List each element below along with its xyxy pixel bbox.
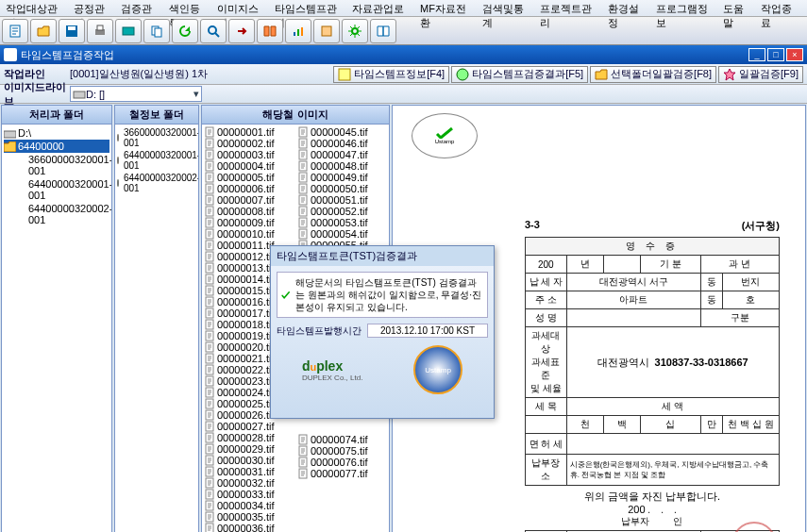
file-item[interactable]: 00000001.tif [204,126,294,138]
close-button[interactable]: × [786,48,803,61]
menu-item[interactable]: 검증관리 [121,2,161,14]
file-item[interactable]: 00000028.tif [204,432,294,443]
menu-item[interactable]: MF자료전환 [420,2,475,14]
tree-item[interactable]: 64400000 [4,140,109,153]
tb-gear-icon[interactable] [342,19,368,43]
file-item[interactable]: 00000006.tif [204,183,294,194]
tb-search-icon[interactable] [200,19,227,43]
tb-copy-icon[interactable] [143,19,170,43]
menu-item[interactable]: 타임스템프관리 [275,2,345,14]
file-item[interactable]: 00000076.tif [297,457,387,468]
file-item[interactable]: 00000046.tif [297,138,387,149]
action-batch-verify[interactable]: 일괄검증[F9] [718,66,803,83]
file-item[interactable]: 00000034.tif [204,500,294,511]
file-item[interactable]: 00000048.tif [297,160,387,172]
menu-item[interactable]: 이미지스캔 [217,2,267,14]
dialog-logos: duplex DUPLEX Co., Ltd. Ustamp [277,345,488,394]
file-item[interactable]: 00000027.tif [204,421,294,432]
action-stamp-info[interactable]: 타임스템프정보[F4] [333,66,449,83]
file-item[interactable]: 00000008.tif [204,206,294,217]
file-item[interactable]: 00000054.tif [297,228,387,240]
tb-book-icon[interactable] [257,19,283,43]
doc-office: (서구청) [742,219,780,233]
col-header: 처리과 폴더 [2,106,111,125]
tst-result-dialog: 타임스탬프토큰(TST)검증결과 해당문서의 타임스탬프토큰(TST) 검증결과… [270,245,495,419]
tb-book2-icon[interactable] [313,19,340,43]
menu-item[interactable]: 색인등록 [169,2,210,14]
drive-select[interactable]: D: [] ▾ [70,86,202,102]
menu-item[interactable]: 환경설정 [608,2,648,14]
svg-rect-12 [322,26,331,36]
svg-point-13 [352,28,358,34]
menu-item[interactable]: 프로그램정보 [656,2,716,14]
jobline-value: [0001]일산병원(일산병원) 1차 [70,67,208,81]
file-item[interactable]: 00000035.tif [204,511,294,523]
folder-item[interactable]: 36600000320001-001 [117,126,196,149]
drive-label: 이미지드라이브 [4,80,70,108]
file-item[interactable]: 00000031.tif [204,466,294,477]
tb-doc-icon[interactable] [2,19,28,43]
menu-item[interactable]: 자료관업로드 [352,2,412,14]
file-item[interactable]: 00000009.tif [204,217,294,228]
receipt-table: 영 수 증 200년기 분과 년 납 세 자대전광역시 서구동번지 주 소아파트… [525,237,780,532]
minimize-button[interactable]: _ [748,48,765,61]
file-item[interactable]: 00000005.tif [204,172,294,183]
menu-item[interactable]: 프로젝트관리 [540,2,600,14]
dialog-message-row: 해당문서의 타임스탬프토큰(TST) 검증결과는 원본과의 해쉬값이 일치함으로… [277,272,488,318]
svg-rect-17 [4,131,16,138]
tb-save-icon[interactable] [59,19,85,43]
dialog-title: 타임스탬프토큰(TST)검증결과 [271,246,494,266]
tree-item[interactable]: 64400000320002-001 [26,202,109,226]
svg-rect-14 [339,69,350,80]
action-folder-batch[interactable]: 선택폴더일괄검증[F8] [590,66,716,83]
menu-item[interactable]: 공정관리 [74,2,114,14]
file-item[interactable]: 00000002.tif [204,138,294,149]
file-item[interactable]: 00000010.tif [204,228,294,240]
col-header: 철정보 폴더 [115,106,198,125]
folder-item[interactable]: 64400000320002-001 [117,172,196,194]
menu-item[interactable]: 검색및통계 [482,2,532,14]
file-item[interactable]: 00000050.tif [297,183,387,194]
drive-row: 이미지드라이브 D: [] ▾ [0,85,807,104]
file-item[interactable]: 00000033.tif [204,489,294,500]
tree-item[interactable]: 64400000320001-001 [26,177,109,202]
file-item[interactable]: 00000036.tif [204,523,294,532]
tb-print-icon[interactable] [87,19,113,43]
proc-folder-column: 처리과 폴더 D:\6440000036600000320001-0016440… [1,105,112,532]
tb-scan-icon[interactable] [115,19,142,43]
file-item[interactable]: 00000051.tif [297,194,387,206]
file-item[interactable]: 00000075.tif [297,445,387,457]
check-icon [281,284,290,307]
menu-item[interactable]: 도움말 [723,2,753,14]
file-item[interactable]: 00000045.tif [297,126,387,138]
file-item[interactable]: 00000004.tif [204,160,294,172]
file-item[interactable]: 00000049.tif [297,172,387,183]
col-header: 해당철 이미지 [202,106,389,125]
window-icon [4,48,17,61]
tree-item[interactable]: D:\ [4,126,109,140]
svg-point-15 [457,69,468,80]
svg-rect-9 [294,32,295,36]
menu-item[interactable]: 작업대상관리 [6,2,66,14]
file-item[interactable]: 00000074.tif [297,434,387,445]
tb-open-icon[interactable] [30,19,57,43]
file-item[interactable]: 00000077.tif [297,468,387,479]
tb-refresh-icon[interactable] [172,19,198,43]
file-item[interactable]: 00000047.tif [297,149,387,160]
file-item[interactable]: 00000053.tif [297,217,387,228]
file-item[interactable]: 00000003.tif [204,149,294,160]
tb-manual-icon[interactable] [370,19,396,43]
file-item[interactable]: 00000032.tif [204,477,294,489]
file-item[interactable]: 00000007.tif [204,194,294,206]
tb-arrow-icon[interactable] [228,19,255,43]
file-item[interactable]: 00000030.tif [204,455,294,466]
file-item[interactable]: 00000052.tif [297,206,387,217]
menu-bar: 작업대상관리 공정관리 검증관리 색인등록 이미지스캔 타임스템프관리 자료관업… [0,0,807,17]
tree-item[interactable]: 36600000320001-001 [26,153,109,177]
menu-item[interactable]: 작업종료 [761,2,801,14]
folder-item[interactable]: 64400000320001-001 [117,149,196,172]
action-stamp-verify[interactable]: 타임스템프검증결과[F5] [451,66,588,83]
tb-chart-icon[interactable] [285,19,311,43]
maximize-button[interactable]: □ [767,48,784,61]
file-item[interactable]: 00000029.tif [204,443,294,455]
